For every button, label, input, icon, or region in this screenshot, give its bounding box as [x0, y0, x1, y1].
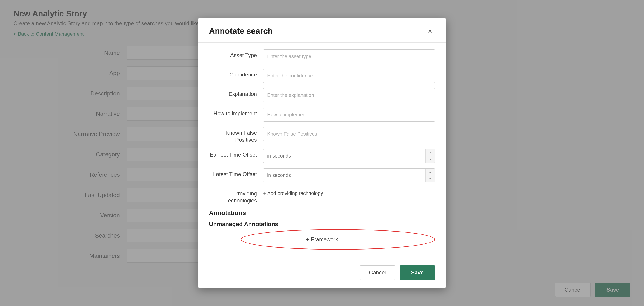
label-confidence: Confidence — [209, 69, 263, 78]
spinner-down-earliest[interactable]: ▼ — [426, 156, 435, 163]
spinner-buttons-latest: ▲ ▼ — [426, 168, 435, 182]
input-known-false-positives[interactable] — [263, 127, 435, 141]
input-asset-type[interactable] — [263, 49, 435, 63]
form-row-earliest-time-offset: Earliest Time Offset ▲ ▼ — [209, 149, 435, 163]
add-providing-technology-link[interactable]: + Add providing technology — [263, 188, 323, 196]
framework-button-label: Framework — [311, 236, 338, 243]
form-row-asset-type: Asset Type — [209, 49, 435, 63]
modal-footer: Cancel Save — [198, 261, 446, 288]
label-latest-time-offset: Latest Time Offset — [209, 168, 263, 178]
form-row-confidence: Confidence — [209, 69, 435, 83]
framework-area: + Framework — [209, 232, 435, 247]
framework-button[interactable]: + Framework — [209, 232, 435, 247]
label-asset-type: Asset Type — [209, 49, 263, 59]
input-explanation[interactable] — [263, 88, 435, 102]
form-row-how-to-implement: How to implement — [209, 108, 435, 122]
form-row-explanation: Explanation — [209, 88, 435, 102]
plus-framework-icon: + — [306, 236, 309, 243]
spinner-down-latest[interactable]: ▼ — [426, 175, 435, 182]
spinner-earliest-time-offset: ▲ ▼ — [263, 149, 435, 163]
label-explanation: Explanation — [209, 88, 263, 98]
input-latest-time-offset[interactable] — [264, 168, 426, 182]
form-row-known-false-positives: Known False Positives — [209, 127, 435, 143]
modal-close-button[interactable]: × — [425, 26, 435, 36]
modal-title: Annotate search — [209, 26, 273, 36]
label-earliest-time-offset: Earliest Time Offset — [209, 149, 263, 158]
spinner-latest-time-offset: ▲ ▼ — [263, 168, 435, 182]
annotations-section-header: Annotations — [209, 209, 435, 217]
form-row-latest-time-offset: Latest Time Offset ▲ ▼ — [209, 168, 435, 182]
input-confidence[interactable] — [263, 69, 435, 83]
modal-save-button[interactable]: Save — [400, 265, 435, 280]
modal-body: Asset Type Confidence Explanation How to… — [198, 43, 446, 261]
input-how-to-implement[interactable] — [263, 108, 435, 122]
modal-overlay: Annotate search × Asset Type Confidence … — [0, 0, 644, 306]
modal-cancel-button[interactable]: Cancel — [360, 265, 395, 280]
modal-header: Annotate search × — [198, 18, 446, 43]
label-providing-technologies: Providing Technologies — [209, 188, 263, 204]
spinner-buttons-earliest: ▲ ▼ — [426, 149, 435, 163]
input-earliest-time-offset[interactable] — [264, 149, 426, 163]
form-row-providing-technologies: Providing Technologies + Add providing t… — [209, 188, 435, 204]
label-known-false-positives: Known False Positives — [209, 127, 263, 143]
spinner-up-latest[interactable]: ▲ — [426, 168, 435, 175]
spinner-up-earliest[interactable]: ▲ — [426, 149, 435, 156]
annotate-search-modal: Annotate search × Asset Type Confidence … — [198, 18, 446, 288]
unmanaged-annotations-header: Unmanaged Annotations — [209, 221, 435, 228]
label-how-to-implement: How to implement — [209, 108, 263, 117]
